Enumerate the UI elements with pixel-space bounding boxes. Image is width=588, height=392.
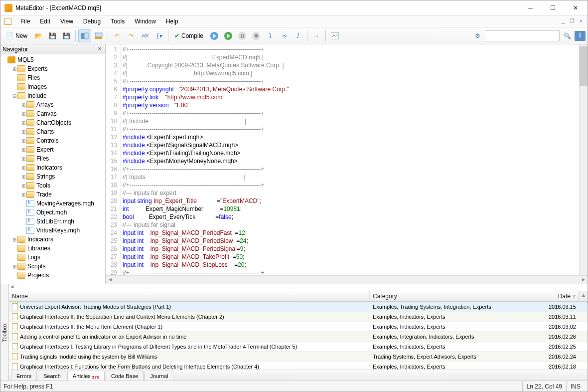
menu-view[interactable]: View [55, 16, 78, 27]
table-row[interactable]: Trading signals module using the system … [9, 352, 588, 362]
folder-icon [26, 137, 34, 144]
tab-search[interactable]: Search [38, 371, 66, 381]
tree-item[interactable]: ⊞Scripts [0, 262, 105, 271]
table-row[interactable]: Universal Expert Advisor: Trading Modes … [9, 302, 588, 312]
tree-item[interactable]: Files [0, 73, 105, 82]
tree-item[interactable]: ⊞Arrays [0, 100, 105, 109]
undo-button[interactable]: ↶ [111, 29, 124, 42]
menu-window[interactable]: Window [130, 16, 161, 27]
tree-item[interactable]: Libraries [0, 244, 105, 253]
grid-body[interactable]: Universal Expert Advisor: Trading Modes … [9, 302, 588, 370]
function-button[interactable]: ƒ▾ [152, 29, 165, 42]
search-button[interactable]: 🔍 [561, 29, 574, 42]
redo-button[interactable]: ↷ [125, 29, 138, 42]
navigator-tree[interactable]: − MQL5 ⊞ExpertsFilesImages⊟Include⊞Array… [0, 54, 105, 284]
minimize-button[interactable]: ─ [519, 0, 542, 15]
titlebar: MetaEditor - [ExpertMACD.mq5] ─ ☐ ✕ [0, 0, 588, 15]
tree-item[interactable]: ⊞Indicators [0, 235, 105, 244]
menu-tools[interactable]: Tools [106, 16, 130, 27]
tree-item[interactable]: ⊞Tools [0, 181, 105, 190]
search-input[interactable] [485, 30, 560, 41]
tree-item[interactable]: Logs [0, 253, 105, 262]
table-row[interactable]: Graphical Interfaces II: the Separation … [9, 312, 588, 322]
navigator-toggle[interactable] [78, 29, 91, 42]
community-button[interactable]: 5 [575, 31, 586, 41]
tree-item[interactable]: ⊞Canvas [0, 109, 105, 118]
tree-item[interactable]: Images [0, 82, 105, 91]
navigator-title: Navigator [2, 46, 28, 53]
svg-point-6 [238, 32, 246, 40]
tree-item[interactable]: ⊞Charts [0, 127, 105, 136]
tab-articles[interactable]: Articles375 [67, 371, 105, 381]
tree-item[interactable]: ⊞Expert [0, 145, 105, 154]
save-button[interactable]: 💾 [46, 29, 59, 42]
settings-icon[interactable]: ⚙ [471, 29, 484, 42]
vertical-scrollbar[interactable] [579, 44, 588, 275]
toolbox-toggle[interactable] [92, 29, 105, 42]
step-out-button[interactable]: ⤴ [292, 29, 304, 42]
col-date[interactable]: Date ▽ [529, 291, 579, 301]
tab-journal[interactable]: Journal [145, 371, 173, 381]
debug-start-button[interactable] [208, 29, 221, 42]
open-button[interactable]: 📂 [32, 29, 45, 42]
tree-item[interactable]: ⊞Controls [0, 136, 105, 145]
new-button[interactable]: 📄New [2, 29, 31, 42]
statusbar: For Help, press F1 Ln 22, Col 49 INS [0, 381, 588, 392]
save-all-button[interactable]: 💾 [60, 29, 73, 42]
mdi-close-icon[interactable]: × [577, 18, 586, 24]
stop-button[interactable] [250, 29, 263, 42]
col-category[interactable]: Category [370, 291, 529, 301]
table-row[interactable]: Graphical Interfaces I: Testing Library … [9, 342, 588, 352]
navigator-panel: Navigator ✕ − MQL5 ⊞ExpertsFilesImages⊟I… [0, 44, 106, 284]
tab-code-base[interactable]: Code Base [106, 371, 144, 381]
folder-icon [17, 272, 25, 279]
maximize-button[interactable]: ☐ [542, 0, 564, 15]
svg-rect-10 [255, 34, 258, 37]
run-button[interactable] [222, 29, 235, 42]
navigator-close-icon[interactable]: ✕ [96, 46, 103, 53]
horizontal-scrollbar[interactable]: ◂ ▸ [106, 275, 588, 284]
header-file-icon [26, 209, 34, 216]
tree-item[interactable]: ⊞Trade [0, 190, 105, 199]
upload-button[interactable]: → [310, 29, 323, 42]
col-name[interactable]: Name [9, 291, 370, 301]
menu-file[interactable]: File [15, 16, 35, 27]
step-over-button[interactable]: ⤼ [278, 29, 291, 42]
toolbox-close-icon[interactable]: ✕ [9, 284, 588, 291]
code-editor[interactable]: //+-------------------------------------… [121, 44, 579, 275]
tree-item[interactable]: ⊞ChartObjects [0, 118, 105, 127]
step-into-button[interactable]: ⤵ [264, 29, 277, 42]
line-gutter: 1234567891011121314151617181920212223242… [106, 44, 121, 275]
tree-item[interactable]: ⊞Strings [0, 172, 105, 181]
tree-item[interactable]: MovingAverages.mqh [0, 199, 105, 208]
tree-item[interactable]: StdLibErr.mqh [0, 217, 105, 226]
tree-item[interactable]: Object.mqh [0, 208, 105, 217]
tab-errors[interactable]: Errors [11, 371, 37, 381]
menu-help[interactable]: Help [161, 16, 183, 27]
table-row[interactable]: Graphical Interfaces I: Functions for th… [9, 362, 588, 370]
mdi-restore-icon[interactable]: ❐ [568, 18, 577, 24]
menu-debug[interactable]: Debug [78, 16, 106, 27]
mql5-icon [7, 56, 15, 63]
folder-icon [17, 83, 25, 90]
tree-item[interactable]: ⊞Indicators [0, 163, 105, 172]
menu-edit[interactable]: Edit [35, 16, 55, 27]
folder-icon [17, 74, 25, 81]
var-button[interactable]: var [139, 29, 151, 42]
pause-button[interactable] [236, 29, 249, 42]
header-file-icon [26, 200, 34, 207]
tree-root[interactable]: − MQL5 [0, 55, 105, 64]
mdi-minimize-icon[interactable]: _ [559, 18, 568, 24]
tree-item[interactable]: ⊞Files [0, 154, 105, 163]
tree-item[interactable]: ⊞Experts [0, 64, 105, 73]
close-button[interactable]: ✕ [564, 0, 587, 15]
folder-icon [17, 65, 25, 72]
tree-item[interactable]: Projects [0, 271, 105, 280]
svg-rect-3 [95, 37, 102, 39]
tree-item[interactable]: VirtualKeys.mqh [0, 226, 105, 235]
chart-button[interactable] [328, 29, 341, 42]
compile-button[interactable]: ✔Compile [171, 29, 207, 42]
tree-item[interactable]: ⊟Include [0, 91, 105, 100]
table-row[interactable]: Adding a control panel to an indicator o… [9, 332, 588, 342]
table-row[interactable]: Graphical Interfaces II: the Menu Item E… [9, 322, 588, 332]
